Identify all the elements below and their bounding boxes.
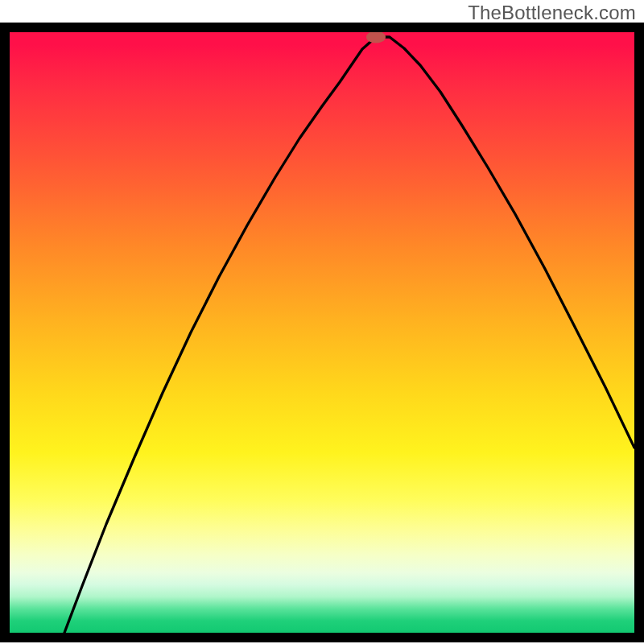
curve-line [64,37,634,633]
chart-svg [10,32,634,633]
plot-area [0,23,644,642]
watermark: TheBottleneck.com [468,2,636,24]
